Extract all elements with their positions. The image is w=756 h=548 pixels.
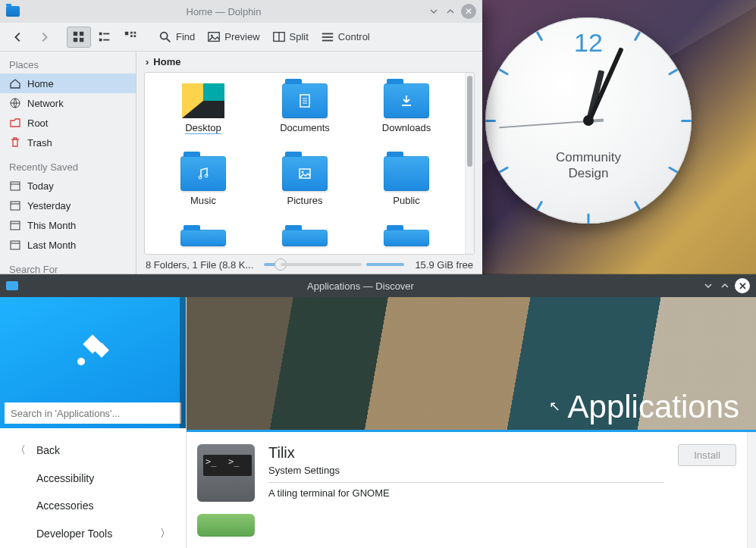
back-button[interactable]: 〈Back: [0, 436, 186, 465]
find-label: Find: [176, 31, 195, 42]
file-documents[interactable]: Documents: [254, 83, 356, 155]
folder-icon: [180, 230, 226, 246]
status-free-space: 15.9 GiB free: [415, 259, 473, 271]
discover-icon: [6, 281, 18, 290]
svg-point-37: [302, 171, 304, 174]
folder-icon: [6, 6, 20, 17]
window-title: Home — Dolphin: [24, 6, 423, 17]
maximize-button[interactable]: [718, 279, 732, 293]
svg-point-38: [77, 358, 85, 365]
category-developer-tools[interactable]: Developer Tools〉: [0, 519, 186, 548]
folder-icon: [282, 156, 328, 191]
svg-point-13: [161, 32, 168, 39]
search-heading: Search For: [0, 259, 136, 274]
category-label: Accessibility: [36, 472, 94, 484]
dolphin-titlebar[interactable]: Home — Dolphin ✕: [0, 0, 482, 23]
sidebar-label: Root: [27, 117, 48, 129]
app-subtitle: System Settings: [268, 465, 664, 483]
file-public[interactable]: Public: [356, 156, 457, 227]
slider-track: [281, 263, 362, 266]
svg-rect-28: [11, 241, 20, 249]
breadcrumb-label: Home: [153, 56, 180, 67]
scrollbar[interactable]: [465, 73, 474, 254]
breadcrumb[interactable]: › Home: [136, 52, 482, 72]
scrollbar[interactable]: [180, 297, 186, 428]
sidebar-item-home[interactable]: Home: [0, 74, 136, 93]
clock-tick: [668, 68, 679, 76]
app-row-partial[interactable]: [197, 514, 736, 537]
svg-rect-10: [134, 31, 136, 33]
sidebar-item-root[interactable]: Root: [0, 113, 136, 133]
svg-rect-5: [103, 33, 109, 34]
sidebar-item-trash[interactable]: Trash: [0, 133, 136, 152]
app-icon: [197, 514, 255, 537]
file-pictures[interactable]: Pictures: [254, 156, 356, 227]
app-list: Tilix System Settings A tiling terminal …: [187, 432, 747, 548]
window-title: Applications — Discover: [23, 280, 698, 292]
svg-rect-9: [130, 31, 133, 33]
clock-tick: [634, 31, 642, 42]
cursor-icon: ↖: [549, 398, 560, 415]
svg-rect-26: [11, 221, 20, 230]
scrollbar[interactable]: [747, 432, 756, 548]
back-label: Back: [36, 444, 60, 456]
sidebar-item-yesterday[interactable]: Yesterday: [0, 196, 136, 215]
dolphin-sidebar: Places Home Network Root Trash Recently …: [0, 52, 136, 274]
category-label: Accessories: [36, 499, 93, 512]
sidebar-item-lastmonth[interactable]: Last Month: [0, 235, 136, 255]
sidebar-item-thismonth[interactable]: This Month: [0, 215, 136, 235]
category-accessibility[interactable]: Accessibility: [0, 465, 186, 492]
clock-caption: Community Design: [485, 149, 692, 182]
file-label: Public: [393, 195, 419, 206]
discover-banner: [0, 297, 186, 428]
folder-icon: [282, 230, 328, 246]
svg-rect-11: [130, 35, 133, 37]
slider-fill: [366, 263, 404, 266]
sidebar-item-today[interactable]: Today: [0, 176, 136, 196]
sidebar-label: Home: [27, 78, 54, 89]
discover-window: Applications — Discover ✕ 〈Back Accessib…: [0, 274, 756, 548]
desktop-icon: [182, 83, 224, 118]
file-label: Music: [190, 195, 216, 206]
folder-icon: [384, 83, 429, 118]
install-button[interactable]: Install: [678, 444, 736, 466]
folder-icon: [282, 83, 328, 118]
details-view-button[interactable]: [118, 27, 143, 48]
preview-button[interactable]: Preview: [202, 27, 265, 48]
tilix-icon: [197, 444, 255, 502]
sidebar-item-network[interactable]: Network: [0, 93, 136, 113]
app-row-tilix[interactable]: Tilix System Settings A tiling terminal …: [197, 444, 736, 502]
minimize-button[interactable]: [701, 279, 715, 293]
file-music[interactable]: Music: [152, 156, 254, 227]
discover-sidebar: 〈Back Accessibility Accessories Develope…: [0, 297, 187, 548]
discover-titlebar[interactable]: Applications — Discover ✕: [0, 274, 756, 297]
svg-rect-2: [74, 37, 77, 41]
maximize-button[interactable]: [444, 5, 456, 17]
app-name: Tilix: [268, 444, 664, 462]
hero-banner: ↖ Applications: [187, 297, 756, 432]
sidebar-label: Last Month: [27, 240, 76, 251]
category-label: Developer Tools: [36, 528, 112, 540]
clock-caption-line: Community: [485, 149, 692, 165]
file-partial[interactable]: [254, 230, 356, 252]
zoom-slider[interactable]: [264, 262, 404, 267]
chevron-right-icon: ›: [146, 56, 149, 67]
file-partial[interactable]: [152, 230, 254, 252]
forward-button[interactable]: [32, 27, 56, 48]
category-accessories[interactable]: Accessories: [0, 492, 186, 519]
find-button[interactable]: Find: [153, 27, 200, 48]
close-button[interactable]: ✕: [735, 278, 750, 293]
minimize-button[interactable]: [428, 5, 440, 17]
file-partial[interactable]: [356, 230, 457, 252]
file-downloads[interactable]: Downloads: [356, 83, 457, 155]
svg-rect-6: [99, 38, 102, 41]
file-desktop[interactable]: Desktop: [152, 83, 254, 155]
control-button[interactable]: Control: [315, 27, 375, 48]
close-button[interactable]: ✕: [461, 4, 476, 19]
split-button[interactable]: Split: [267, 27, 314, 48]
search-input[interactable]: [5, 402, 181, 424]
icons-view-button[interactable]: [67, 27, 91, 48]
back-button[interactable]: [6, 27, 30, 48]
file-label: Downloads: [382, 122, 431, 133]
compact-view-button[interactable]: [93, 27, 117, 48]
